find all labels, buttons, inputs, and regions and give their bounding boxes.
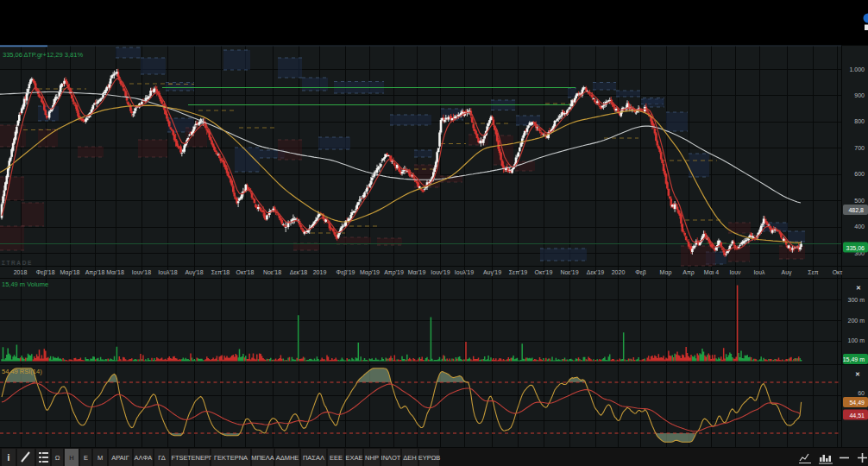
svg-text:Μαρ: Μαρ [660, 269, 672, 276]
svg-text:600: 600 [854, 171, 865, 177]
svg-text:✕: ✕ [855, 371, 860, 377]
svg-text:Απρ: Απρ [682, 269, 694, 276]
svg-text:800: 800 [854, 118, 865, 124]
svg-text:ΕΕΕ: ΕΕΕ [330, 454, 343, 462]
svg-text:100 m: 100 m [848, 337, 865, 343]
svg-text:Μ: Μ [97, 454, 103, 462]
svg-text:2018: 2018 [14, 269, 28, 275]
svg-text:Οκτ: Οκτ [833, 269, 843, 275]
svg-text:44,51: 44,51 [849, 412, 865, 419]
svg-text:ΤΕΝΕΡΓ: ΤΕΝΕΡΓ [187, 454, 212, 462]
svg-text:Δεκ'18: Δεκ'18 [290, 269, 308, 275]
svg-text:ΜΠΕΛΑ: ΜΠΕΛΑ [251, 454, 274, 462]
svg-text:200 m: 200 m [848, 318, 865, 324]
svg-text:Μαρ'19: Μαρ'19 [360, 269, 380, 276]
svg-text:ΓΕΚΤΕΡΝΑ: ΓΕΚΤΕΡΝΑ [214, 454, 248, 462]
svg-text:335,06: 335,06 [846, 245, 865, 251]
svg-text:54,49: 54,49 [849, 400, 865, 406]
svg-text:300 m: 300 m [848, 297, 865, 303]
svg-text:2019: 2019 [313, 269, 327, 275]
svg-text:FTSE: FTSE [171, 454, 187, 462]
svg-text:Ε: Ε [84, 454, 88, 462]
svg-text:ΕΥΡΩΒ: ΕΥΡΩΒ [418, 454, 441, 462]
svg-text:Απρ'18: Απρ'18 [85, 269, 105, 276]
svg-text:Οκτ'18: Οκτ'18 [236, 269, 255, 275]
svg-text:Σεπ: Σεπ [808, 269, 818, 275]
svg-text:ΣTRADE: ΣTRADE [2, 260, 33, 266]
svg-text:Δεκ'19: Δεκ'19 [587, 269, 605, 275]
svg-text:Ω: Ω [55, 454, 60, 462]
svg-text:Νοε'19: Νοε'19 [560, 269, 578, 275]
svg-text:900: 900 [854, 92, 865, 98]
svg-text:Ιουν: Ιουν [729, 269, 741, 275]
svg-text:Αυγ: Αυγ [782, 269, 792, 276]
svg-text:Η: Η [69, 454, 73, 462]
svg-text:60: 60 [858, 390, 865, 396]
svg-text:Φεβ: Φεβ [635, 269, 646, 276]
svg-text:ΑΔΜΗΕ: ΑΔΜΗΕ [276, 454, 299, 462]
svg-text:ΠΑΣΑΛ: ΠΑΣΑΛ [303, 454, 324, 462]
svg-text:Σεπ'19: Σεπ'19 [509, 269, 528, 275]
svg-text:Ιουλ: Ιουλ [753, 269, 765, 275]
svg-text:Νοε'18: Νοε'18 [263, 269, 281, 275]
svg-text:Οκτ'19: Οκτ'19 [535, 269, 553, 275]
svg-text:54,49 RSI(14): 54,49 RSI(14) [2, 368, 42, 375]
svg-text:✕: ✕ [856, 285, 861, 291]
svg-text:15,49 m Volume: 15,49 m Volume [2, 280, 48, 288]
svg-text:Μαρ'18: Μαρ'18 [60, 269, 80, 276]
svg-text:335,06 ΔΤΡ.gr+12,29 3,81%: 335,06 ΔΤΡ.gr+12,29 3,81% [3, 51, 83, 59]
svg-text:Μαι'18: Μαι'18 [106, 269, 124, 275]
svg-text:ΑΛΦΑ: ΑΛΦΑ [135, 454, 153, 462]
svg-text:ΓΔ: ΓΔ [158, 454, 165, 462]
svg-text:ΙΝΛΟΤ: ΙΝΛΟΤ [381, 454, 401, 462]
svg-text:Αυγ'18: Αυγ'18 [185, 269, 203, 276]
svg-text:Απρ'19: Απρ'19 [384, 269, 404, 276]
svg-text:Ιουλ'19: Ιουλ'19 [455, 269, 474, 275]
svg-text:Μαι'19: Μαι'19 [408, 269, 426, 275]
svg-text:Φεβ'19: Φεβ'19 [337, 269, 355, 276]
svg-text:Σεπ'18: Σεπ'18 [211, 269, 230, 275]
svg-text:400: 400 [854, 224, 865, 230]
svg-text:Ιουλ'18: Ιουλ'18 [158, 269, 177, 275]
svg-text:2020: 2020 [612, 269, 626, 275]
svg-text:700: 700 [854, 145, 865, 151]
svg-text:Ιουν'18: Ιουν'18 [132, 269, 151, 275]
svg-text:482,8: 482,8 [848, 207, 864, 213]
svg-text:1.000: 1.000 [849, 66, 865, 72]
svg-text:ΑΡΑΙΓ: ΑΡΑΙΓ [111, 454, 129, 462]
svg-text:500: 500 [854, 198, 865, 204]
svg-text:Αυγ'19: Αυγ'19 [483, 269, 501, 276]
svg-text:Φεβ'18: Φεβ'18 [36, 269, 55, 276]
svg-text:Μαι 4: Μαι 4 [704, 269, 719, 275]
svg-text:15,49 m: 15,49 m [843, 356, 865, 362]
svg-text:ΕΧΑΕ: ΕΧΑΕ [345, 454, 362, 462]
svg-text:ΔΕΗ: ΔΕΗ [403, 454, 416, 462]
svg-text:i: i [8, 453, 10, 463]
svg-text:Ιουν'19: Ιουν'19 [431, 269, 450, 275]
svg-text:ΝΗΡ: ΝΗΡ [365, 454, 379, 462]
